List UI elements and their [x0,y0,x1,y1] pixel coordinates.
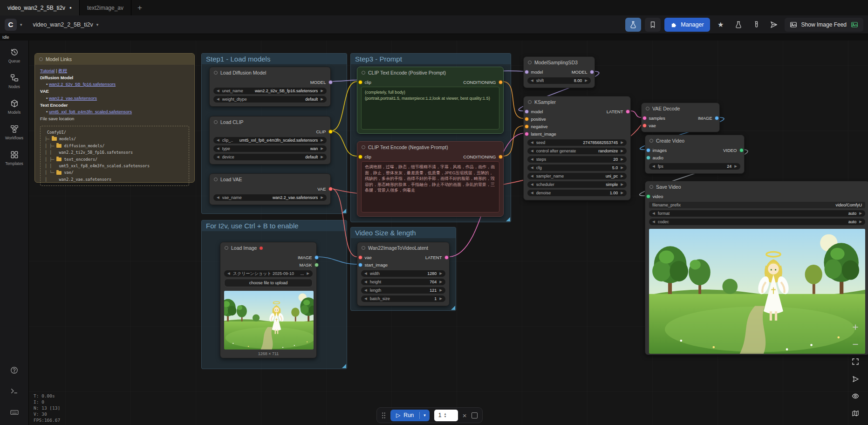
node-load-vae[interactable]: Load VAE VAE ◀ vae_name wan2.2_vae.safet… [209,173,331,205]
collapse-dot-icon[interactable] [362,246,365,250]
next-arrow-icon[interactable]: ▶ [621,191,623,195]
node-clip-text-encode-positive[interactable]: CLIP Text Encode (Positive Prompt) clip … [357,67,504,134]
node-ksampler[interactable]: KSampler model LATENT positive negative [523,96,631,200]
node-load-diffusion-model[interactable]: Load Diffusion Model MODEL ◀ unet_name w… [209,67,331,107]
zoom-in-button[interactable] [849,321,862,334]
text-encoder-download-link[interactable]: umt5_xxl_fp8_e4m3fn_scaled.safetensors [49,109,132,114]
port-dot-model[interactable] [328,80,333,84]
node-model-sampling-sd3[interactable]: ModelSamplingSD3 model MODEL ◀ shift 8.0… [523,56,595,88]
next-arrow-icon[interactable]: ▶ [321,138,323,142]
tab-workflow-text2image[interactable]: text2image_av [80,0,131,15]
widget-scheduler[interactable]: ◀ scheduler simple ▶ [527,181,627,188]
port-dot-model[interactable] [525,70,529,74]
note-model-links[interactable]: Model Links Tutorial | 教程 Diffusion Mode… [34,53,195,183]
output-port-video[interactable]: VIDEO [723,148,744,153]
sidebar-item-templates[interactable]: Templates [0,151,28,166]
node-header[interactable]: Load CLIP [210,117,330,128]
widget-fps[interactable]: ◀ fps 24 ▶ [649,163,740,170]
sidebar-item-models[interactable]: Models [0,99,28,115]
zoom-out-button[interactable] [849,338,862,351]
node-header[interactable]: ModelSamplingSD3 [524,57,595,68]
prev-arrow-icon[interactable]: ◀ [531,183,533,186]
port-dot-conditioning[interactable] [525,124,529,129]
manager-button[interactable]: Manager [664,18,710,32]
widget-height[interactable]: ◀ height 704 ▶ [361,279,445,285]
widget-unet-name[interactable]: ◀ unet_name wan2.2_ti2v_5B_fp16.safetens… [213,88,327,94]
workflow-name-dropdown[interactable]: video_wan2_2_5B_ti2v ▾ [33,21,99,28]
vae-download-link[interactable]: wan2.2_vae.safetensors [49,96,97,101]
output-port-model[interactable]: MODEL [310,80,333,85]
widget-batch-size[interactable]: ◀ batch_size 1 ▶ [361,295,445,302]
next-arrow-icon[interactable]: ▶ [439,272,442,275]
next-arrow-icon[interactable]: ▶ [585,79,588,82]
input-port-vae[interactable]: vae [642,123,656,128]
port-dot-latent[interactable] [626,110,630,114]
collapse-dot-icon[interactable] [214,71,218,75]
terminal-icon[interactable] [10,387,18,395]
node-header[interactable]: Load VAE [210,174,330,185]
collapse-dot-icon[interactable] [214,120,218,124]
widget-clip-name[interactable]: ◀ clip_.. umt5_xxl_fp8_e4m3fn_scaled.saf… [213,137,327,144]
prev-arrow-icon[interactable]: ◀ [364,288,367,292]
widget-denoise[interactable]: ◀ denoise 1.00 ▶ [527,190,627,196]
prev-arrow-icon[interactable]: ◀ [217,97,219,101]
prev-arrow-icon[interactable]: ◀ [531,149,533,153]
output-port-model[interactable]: MODEL [572,69,594,75]
output-port-latent[interactable]: LATENT [425,255,449,260]
port-dot-latent[interactable] [525,132,529,136]
choose-file-button[interactable]: choose file to upload [224,279,313,287]
widget-image-filename[interactable]: ◀ スクリーンショット 2025-09-10 ... ▶ [224,270,313,277]
image-preview-thumbnail[interactable] [224,291,314,350]
toggle-link-visibility-button[interactable] [849,390,862,403]
input-port-video[interactable]: video [646,194,663,199]
widget-shift[interactable]: ◀ shift 8.00 ▶ [527,77,591,84]
widget-control-after-generate[interactable]: ◀ control after generate randomize ▶ [527,148,627,154]
widget-cfg[interactable]: ◀ cfg 5.0 ▶ [527,165,627,171]
node-vae-decode[interactable]: VAE Decode samples IMAGE vae [641,103,720,132]
node-header[interactable]: Save Video [645,181,868,192]
batch-count-input[interactable]: 1 ▲ ▼ [434,410,458,421]
prev-arrow-icon[interactable]: ◀ [531,191,533,195]
next-arrow-icon[interactable]: ▶ [859,220,862,224]
collapse-dot-icon[interactable] [362,71,365,75]
node-load-image[interactable]: Load Image IMAGE MASK ◀ スクリーンショット 2025-0… [220,242,317,358]
input-port-images[interactable]: images [646,148,667,153]
node-create-video[interactable]: Create Video images VIDEO audio ◀ fps 24 [645,135,745,174]
wire-latent-2[interactable] [631,111,641,117]
next-arrow-icon[interactable]: ▶ [439,297,442,301]
show-image-feed-toggle[interactable]: Show Image Feed [785,18,863,32]
node-header[interactable]: CLIP Text Encode (Positive Prompt) [357,67,503,78]
select-mode-button[interactable] [849,372,862,385]
prev-arrow-icon[interactable]: ◀ [531,166,533,170]
beta-menu-button[interactable] [625,18,641,32]
group-title[interactable]: Step3 - Prompt [351,54,511,64]
port-dot-audio[interactable] [646,156,650,160]
keyboard-icon[interactable] [10,408,19,417]
output-port-conditioning[interactable]: CONDITIONING [463,80,502,85]
prev-arrow-icon[interactable]: ◀ [531,79,533,82]
output-port-image[interactable]: IMAGE [698,116,719,121]
node-wan22-image-to-video-latent[interactable]: Wan22ImageToVideoLatent vae LATENT start… [357,242,450,306]
group-title[interactable]: For I2v, use Ctrl + B to enable [202,220,347,231]
node-header[interactable]: VAE Decode [642,103,719,114]
next-arrow-icon[interactable]: ▶ [621,166,623,170]
help-icon[interactable] [10,366,18,374]
prev-arrow-icon[interactable]: ◀ [531,174,533,178]
next-arrow-icon[interactable]: ▶ [621,149,623,153]
node-header[interactable]: Load Diffusion Model [210,67,330,78]
collapse-dot-icon[interactable] [646,107,649,110]
widget-sampler-name[interactable]: ◀ sampler_name uni_pc ▶ [527,173,627,179]
prev-arrow-icon[interactable]: ◀ [652,165,655,168]
fit-view-button[interactable] [849,355,862,368]
prev-arrow-icon[interactable]: ◀ [531,158,533,161]
output-port-latent[interactable]: LATENT [607,109,630,114]
port-dot-vae[interactable] [328,187,333,191]
run-options-chevron[interactable]: ▾ [420,413,430,418]
port-dot-image[interactable] [314,255,319,260]
experiment-button-2[interactable] [749,18,763,32]
port-dot-model[interactable] [590,70,594,74]
group-title[interactable]: Video Size & length [351,227,456,238]
port-dot-conditioning[interactable] [525,117,529,121]
widget-type[interactable]: ◀ type wan ▶ [213,145,327,152]
comfyui-logo[interactable]: C [5,19,17,31]
